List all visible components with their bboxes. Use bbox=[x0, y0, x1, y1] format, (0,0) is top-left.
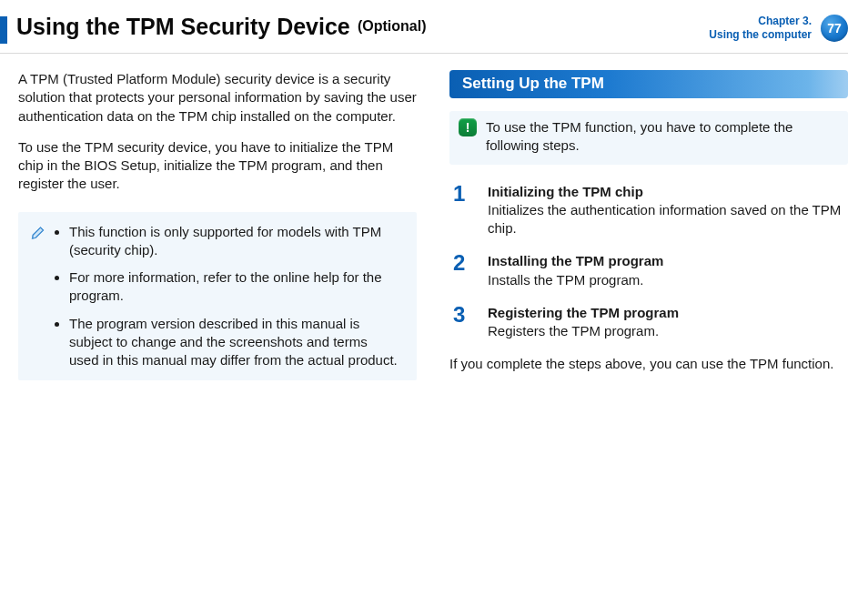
step-number: 1 bbox=[453, 183, 471, 238]
step-description: Registers the TPM program. bbox=[488, 322, 848, 340]
step-title: Registering the TPM program bbox=[488, 304, 848, 322]
note-item: The program version described in this ma… bbox=[69, 315, 400, 370]
page-title-suffix: (Optional) bbox=[358, 18, 427, 34]
page-title: Using the TPM Security Device bbox=[16, 14, 350, 39]
chapter-line1: Chapter 3. bbox=[709, 15, 812, 28]
chapter-line2: Using the computer bbox=[709, 28, 812, 42]
step-body: Initializing the TPM chip Initializes th… bbox=[488, 183, 848, 238]
note-list: This function is only supported for mode… bbox=[56, 223, 400, 370]
right-column: Setting Up the TPM ! To use the TPM func… bbox=[449, 70, 848, 387]
header-left: Using the TPM Security Device (Optional) bbox=[0, 15, 427, 44]
note-item: This function is only supported for mode… bbox=[69, 223, 400, 260]
section-heading: Setting Up the TPM bbox=[449, 70, 848, 98]
page-number: 77 bbox=[827, 21, 842, 35]
chapter-label: Chapter 3. Using the computer bbox=[709, 15, 812, 42]
step-title: Installing the TPM program bbox=[488, 252, 848, 270]
alert-text: To use the TPM function, you have to com… bbox=[486, 118, 835, 156]
step-title: Initializing the TPM chip bbox=[488, 183, 848, 201]
title-accent-bar bbox=[0, 16, 7, 44]
page-header: Using the TPM Security Device (Optional)… bbox=[0, 15, 848, 54]
step-description: Installs the TPM program. bbox=[488, 271, 848, 289]
step: 1 Initializing the TPM chip Initializes … bbox=[449, 183, 848, 238]
step-body: Installing the TPM program Installs the … bbox=[488, 252, 848, 289]
step-body: Registering the TPM program Registers th… bbox=[488, 304, 848, 341]
step-number: 2 bbox=[453, 252, 471, 289]
alert-icon: ! bbox=[459, 118, 477, 136]
title-block: Using the TPM Security Device (Optional) bbox=[16, 15, 427, 40]
header-right: Chapter 3. Using the computer 77 bbox=[709, 15, 848, 42]
left-column: A TPM (Trusted Platform Module) security… bbox=[18, 70, 417, 387]
closing-text: If you complete the steps above, you can… bbox=[449, 355, 848, 373]
step: 3 Registering the TPM program Registers … bbox=[449, 304, 848, 341]
step: 2 Installing the TPM program Installs th… bbox=[449, 252, 848, 289]
note-box: This function is only supported for mode… bbox=[18, 212, 417, 381]
alert-box: ! To use the TPM function, you have to c… bbox=[449, 111, 848, 165]
step-number: 3 bbox=[453, 304, 471, 341]
step-description: Initializes the authentication informati… bbox=[488, 201, 848, 238]
intro-paragraph-1: A TPM (Trusted Platform Module) security… bbox=[18, 70, 417, 126]
note-icon bbox=[31, 225, 47, 370]
intro-paragraph-2: To use the TPM security device, you have… bbox=[18, 138, 417, 194]
note-item: For more information, refer to the onlin… bbox=[69, 268, 400, 306]
page-number-badge: 77 bbox=[821, 15, 848, 42]
